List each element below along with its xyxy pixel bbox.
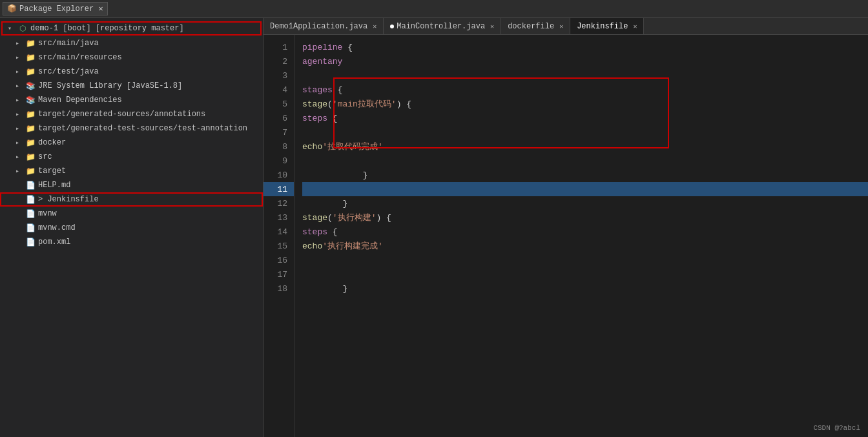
label-demo1: demo-1 [boot] [repository master] (30, 24, 184, 33)
code-line-13: stage('执行构建') { (302, 210, 868, 225)
label-target: target (38, 167, 66, 176)
icon-gen-sources: 📁 (25, 109, 36, 119)
tree-item-mvnwcmd[interactable]: 📄mvnw.cmd (0, 221, 263, 235)
label-src-test-java: src/test/java (38, 67, 99, 76)
main-layout: ▾⬡demo-1 [boot] [repository master]▸📁src… (0, 18, 868, 437)
line-number-12: 12 (264, 196, 294, 210)
package-tree: ▾⬡demo-1 [boot] [repository master]▸📁src… (0, 18, 263, 437)
line-number-8: 8 (264, 139, 294, 154)
package-explorer-header[interactable]: 📦 Package Explorer ✕ (3, 2, 108, 15)
arrow-gen-sources: ▸ (16, 110, 25, 118)
label-mvnw: mvnw (38, 209, 57, 218)
tree-item-helpmd[interactable]: 📄HELP.md (0, 178, 263, 192)
tree-item-pomxml[interactable]: 📄pom.xml (0, 235, 263, 249)
line-number-1: 1 (264, 40, 294, 54)
label-src-main-resources: src/main/resources (38, 53, 122, 62)
tree-item-gen-sources[interactable]: ▸📁target/generated-sources/annotations (0, 107, 263, 121)
tree-item-maven[interactable]: ▸📚Maven Dependencies (0, 93, 263, 107)
tab-label-jenkinsfile: Jenkinsfile (577, 22, 628, 31)
code-line-3 (302, 68, 868, 83)
tab-maincontroller[interactable]: MainController.java✕ (384, 18, 501, 34)
tree-item-src-main-resources[interactable]: ▸📁src/main/resources (0, 50, 263, 65)
line-number-13: 13 (264, 210, 294, 225)
tab-close-maincontroller[interactable]: ✕ (490, 23, 494, 30)
icon-demo1: ⬡ (17, 23, 28, 34)
label-docker: docker (38, 138, 66, 147)
line-number-5: 5 (264, 97, 294, 111)
label-pomxml: pom.xml (38, 238, 70, 247)
icon-jre: 📚 (25, 81, 36, 91)
line-number-16: 16 (264, 253, 294, 267)
code-line-10: } (302, 168, 868, 182)
code-line-8: echo '拉取代码完成' (302, 139, 868, 154)
tree-item-src-main-java[interactable]: ▸📁src/main/java (0, 36, 263, 50)
tree-item-docker[interactable]: ▸📁docker (0, 136, 263, 150)
icon-src-main-resources: 📁 (25, 52, 36, 63)
tree-item-mvnw[interactable]: 📄mvnw (0, 207, 263, 221)
line-numbers: 123456789101112131415161718 (264, 35, 294, 437)
code-line-15: echo '执行构建完成' (302, 239, 868, 253)
tab-label-dockerfile: dockerfile (508, 22, 554, 31)
code-line-11 (302, 182, 868, 196)
line-number-2: 2 (264, 54, 294, 68)
tree-item-jenkinsfile[interactable]: 📄> Jenkinsfile (0, 192, 263, 207)
icon-jenkinsfile: 📄 (25, 194, 36, 205)
code-line-7 (302, 125, 868, 139)
line-number-15: 15 (264, 239, 294, 253)
package-icon: 📦 (7, 4, 17, 14)
tree-item-target[interactable]: ▸📁target (0, 164, 263, 178)
tab-demo1app[interactable]: Demo1Application.java✕ (264, 18, 384, 34)
code-line-12: } (302, 196, 868, 210)
line-number-11: 11 (264, 182, 294, 196)
package-explorer-label: Package Explorer ✕ (19, 4, 103, 14)
modified-dot-maincontroller (390, 25, 394, 28)
tab-close-dockerfile[interactable]: ✕ (559, 23, 563, 30)
arrow-target: ▸ (16, 167, 25, 175)
tree-item-src-test-java[interactable]: ▸📁src/test/java (0, 65, 263, 79)
code-line-14: steps { (302, 225, 868, 239)
arrow-jre: ▸ (16, 82, 25, 90)
label-jre: JRE System Library [JavaSE-1.8] (38, 81, 182, 90)
arrow-src-main-resources: ▸ (16, 54, 25, 61)
arrow-src-main-java: ▸ (16, 39, 25, 47)
label-maven: Maven Dependencies (38, 96, 122, 105)
label-mvnwcmd: mvnw.cmd (38, 223, 76, 232)
code-line-5: stage('main拉取代码') { (302, 97, 868, 111)
line-number-14: 14 (264, 225, 294, 239)
line-number-10: 10 (264, 168, 294, 182)
icon-mvnwcmd: 📄 (25, 223, 36, 233)
code-line-16 (302, 253, 868, 267)
line-number-6: 6 (264, 111, 294, 125)
tab-dockerfile[interactable]: dockerfile✕ (501, 18, 570, 34)
label-gen-sources: target/generated-sources/annotations (38, 110, 205, 119)
label-src: src (38, 152, 52, 161)
label-src-main-java: src/main/java (38, 39, 99, 48)
code-line-1: pipeline { (302, 40, 868, 54)
line-number-7: 7 (264, 125, 294, 139)
top-bar: 📦 Package Explorer ✕ (0, 0, 868, 18)
icon-target: 📁 (25, 166, 36, 176)
tab-close-jenkinsfile[interactable]: ✕ (633, 23, 637, 30)
tab-jenkinsfile[interactable]: Jenkinsfile✕ (570, 18, 644, 34)
icon-src-test-java: 📁 (25, 66, 36, 77)
tab-label-maincontroller: MainController.java (397, 22, 485, 31)
code-content[interactable]: pipeline { agent any stages { stage('mai… (294, 35, 868, 437)
label-jenkinsfile: > Jenkinsfile (38, 195, 99, 204)
code-line-18: } (302, 281, 868, 296)
tree-item-jre[interactable]: ▸📚JRE System Library [JavaSE-1.8] (0, 79, 263, 93)
tree-item-gen-test-sources[interactable]: ▸📁target/generated-test-sources/test-ann… (0, 121, 263, 136)
line-number-18: 18 (264, 281, 294, 296)
line-number-3: 3 (264, 68, 294, 83)
tab-label-demo1app: Demo1Application.java (270, 22, 367, 31)
editor-tabs: Demo1Application.java✕MainController.jav… (264, 18, 868, 35)
left-panel: ▾⬡demo-1 [boot] [repository master]▸📁src… (0, 18, 264, 437)
icon-mvnw: 📄 (25, 208, 36, 219)
code-line-9 (302, 154, 868, 168)
tab-close-demo1app[interactable]: ✕ (373, 23, 377, 30)
icon-src-main-java: 📁 (25, 38, 36, 48)
tree-item-src[interactable]: ▸📁src (0, 150, 263, 164)
icon-pomxml: 📄 (25, 237, 36, 247)
watermark: CSDN @?abcl (813, 424, 860, 432)
tree-item-demo1[interactable]: ▾⬡demo-1 [boot] [repository master] (1, 21, 262, 36)
line-number-9: 9 (264, 154, 294, 168)
